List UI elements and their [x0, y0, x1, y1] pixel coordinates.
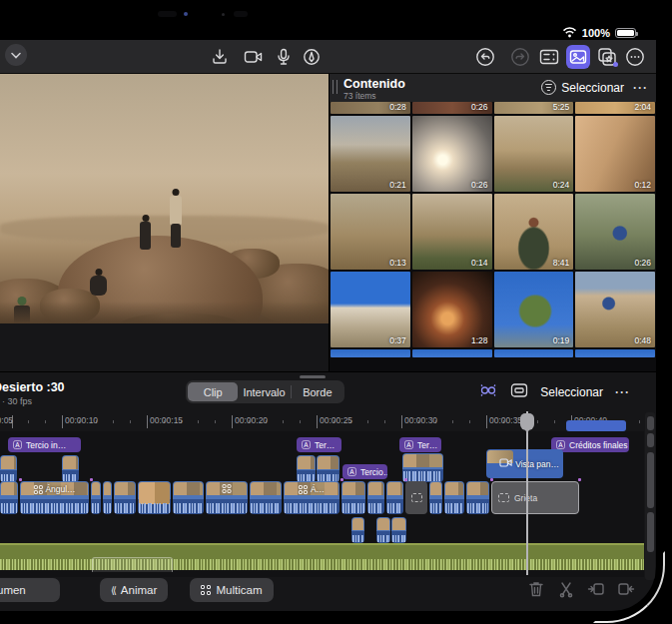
filter-icon[interactable]	[541, 80, 556, 95]
timeline-clip[interactable]	[114, 481, 136, 514]
timeline-clip[interactable]	[103, 481, 112, 514]
redo-icon	[508, 45, 532, 69]
timeline-clip-multicam[interactable]: Á…	[284, 481, 339, 514]
effects-icon[interactable]	[595, 45, 619, 69]
volume-button[interactable]: Volumen	[0, 578, 60, 602]
media-thumbnail[interactable]: 5:25	[494, 102, 574, 114]
connected-clip[interactable]	[62, 455, 79, 482]
mode-borde[interactable]: Borde	[293, 382, 342, 401]
media-thumbnail[interactable]: 0:12	[575, 116, 655, 192]
title-clip[interactable]: ATer…	[399, 437, 441, 452]
timeline-clip[interactable]	[367, 481, 384, 514]
animate-button[interactable]: ⟨⟨Animar	[100, 578, 168, 602]
browser-select-button[interactable]: Seleccionar	[561, 81, 624, 95]
connected-clip[interactable]	[317, 455, 339, 482]
media-thumbnail[interactable]: 8:41	[494, 194, 574, 270]
connected-clip-bar[interactable]	[566, 420, 626, 431]
media-thumbnail[interactable]: 0:26	[575, 194, 655, 270]
title-badge: A	[302, 440, 311, 449]
undo-icon[interactable]	[473, 45, 497, 69]
timeline-clip[interactable]	[138, 481, 171, 514]
title-clip[interactable]: ACréditos finales	[551, 437, 629, 452]
clip-duration: 5:25	[553, 102, 570, 112]
playhead-tip	[524, 428, 530, 433]
segment-divider	[291, 385, 292, 398]
timeline-clip[interactable]	[0, 481, 18, 514]
video-camera-icon[interactable]	[242, 45, 266, 69]
title-clip[interactable]: ATercio in…	[8, 437, 81, 452]
jog-wheel-icon[interactable]	[478, 382, 498, 402]
connected-clip-below[interactable]	[351, 517, 364, 543]
camera-module	[158, 11, 177, 17]
timeline-clip[interactable]	[173, 481, 204, 514]
title-clip[interactable]: ATer…	[297, 437, 341, 452]
more-icon[interactable]	[623, 45, 647, 69]
placeholder-icon	[498, 493, 509, 502]
person-crouching	[90, 276, 107, 296]
media-thumbnail[interactable]	[575, 349, 655, 357]
connected-clip-below[interactable]	[376, 517, 390, 543]
timeline-header-right: Seleccionar ···	[478, 382, 630, 402]
viewer-video-frame[interactable]	[0, 74, 329, 323]
media-thumbnail[interactable]: 0:14	[412, 194, 492, 270]
mode-intervalo[interactable]: Intervalo	[239, 382, 289, 401]
overview-icon[interactable]	[510, 382, 528, 402]
connected-clip[interactable]	[297, 455, 316, 482]
connected-clip[interactable]	[0, 455, 17, 482]
timeline-clip[interactable]	[444, 481, 464, 514]
timeline-clip-grieta-selected[interactable]: Grieta	[491, 481, 579, 514]
clip-duration: 0:12	[634, 180, 651, 190]
timeline-clip[interactable]	[466, 481, 489, 514]
timeline-clip-multicam[interactable]	[206, 481, 248, 514]
media-thumbnail[interactable]: 0:37	[331, 272, 410, 347]
microphone-icon[interactable]	[272, 45, 296, 69]
media-thumbnail[interactable]: 0:26	[412, 116, 492, 192]
connected-clip-vista[interactable]: Vista pan…	[486, 449, 563, 478]
browser-more-button[interactable]: ···	[633, 81, 648, 95]
media-browser-icon[interactable]	[566, 45, 590, 69]
animate-icon: ⟨⟨	[111, 585, 115, 596]
timeline-clip[interactable]	[341, 481, 365, 514]
panel-resize-handle[interactable]	[333, 80, 337, 94]
media-thumbnail[interactable]: 2:04	[575, 102, 655, 114]
timeline-ruler[interactable]: 00:00:05 00:00:10 00:00:15 00:00:20 00:0…	[0, 411, 644, 431]
top-toolbar	[0, 40, 656, 74]
timeline-clip-gap[interactable]: G…	[405, 481, 427, 514]
import-icon[interactable]	[208, 45, 232, 69]
timeline-clip[interactable]	[250, 481, 282, 514]
timeline-select-button[interactable]: Seleccionar	[540, 385, 603, 399]
media-thumbnail[interactable]: 0:21	[331, 116, 410, 192]
timeline-clip[interactable]	[429, 481, 442, 514]
inspector-icon[interactable]	[537, 45, 561, 69]
pencil-circle-icon[interactable]	[300, 45, 324, 69]
right-bezel	[656, 0, 672, 624]
timeline-clip-multicam[interactable]: Ángul…	[20, 481, 89, 514]
clip-duration: 0:14	[471, 258, 488, 268]
ruler-label: 00:00:20	[235, 415, 268, 425]
media-thumbnail[interactable]: 0:13	[331, 194, 410, 270]
timeline-clip[interactable]	[386, 481, 403, 514]
title-clip[interactable]: ATercio…	[342, 464, 387, 479]
media-thumbnail[interactable]	[412, 349, 492, 357]
media-thumbnail[interactable]: 1:28	[412, 272, 492, 347]
timeline-more-button[interactable]: ···	[615, 385, 630, 399]
media-thumbnail[interactable]: 0:26	[412, 102, 492, 114]
multicam-button[interactable]: Multicam	[190, 578, 274, 602]
timeline-drag-handle[interactable]	[300, 375, 326, 378]
connected-clip-below[interactable]	[391, 517, 406, 543]
media-thumbnail[interactable]	[494, 349, 574, 357]
timeline-clip[interactable]	[91, 481, 101, 514]
connected-clip[interactable]	[402, 453, 443, 482]
audio-music-track[interactable]	[0, 543, 644, 570]
media-thumbnail[interactable]: 0:24	[494, 116, 574, 192]
media-thumbnail[interactable]: 0:19	[494, 272, 574, 347]
foreground-shadow	[0, 302, 329, 323]
title-clip-label: Ter…	[417, 440, 437, 450]
media-thumbnail[interactable]: 0:48	[575, 272, 655, 347]
media-thumbnail[interactable]	[331, 349, 410, 357]
playhead-line[interactable]	[526, 411, 528, 575]
chevron-down-button[interactable]	[5, 44, 27, 66]
clip-duration: 0:26	[471, 102, 488, 112]
mode-clip[interactable]: Clip	[188, 382, 238, 401]
media-thumbnail[interactable]: 0:28	[331, 102, 410, 114]
